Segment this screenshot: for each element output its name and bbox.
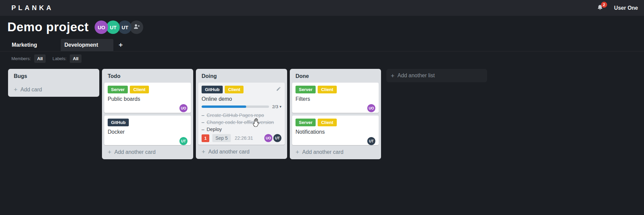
progress-bar <box>202 105 269 108</box>
add-card-button[interactable]: + Add card <box>10 83 97 94</box>
task-item: – Deploy <box>202 126 281 133</box>
add-user-icon <box>133 23 140 31</box>
plus-icon: + <box>14 86 17 93</box>
card-filters[interactable]: Server Client Filters UO <box>292 83 379 113</box>
bell-icon <box>597 7 603 12</box>
label-chip[interactable]: Server <box>108 86 128 93</box>
add-card-label: Add another card <box>302 149 343 155</box>
card-title: Docker <box>108 129 187 135</box>
plus-icon: + <box>296 149 299 155</box>
avatar[interactable]: UT <box>106 20 120 34</box>
project-members: UO UT UT <box>95 20 143 34</box>
avatar[interactable]: UO <box>367 104 375 112</box>
notifications-button[interactable]: 2 <box>597 4 604 12</box>
task-item: – Change code for offline version <box>202 119 281 126</box>
tasks-progress: 2/3 ▾ <box>202 104 281 109</box>
add-card-button[interactable]: + Add another card <box>198 145 285 157</box>
add-card-label: Add another card <box>114 149 156 155</box>
task-list: – Create GitHub Pages repo – Change code… <box>202 112 281 133</box>
list-title[interactable]: Done <box>292 71 379 83</box>
add-card-button[interactable]: + Add another card <box>104 145 191 157</box>
label-chip[interactable]: Client <box>225 86 244 93</box>
label-chip[interactable]: Client <box>318 86 336 93</box>
due-date-chip[interactable]: Sep 5 <box>212 134 231 142</box>
list-todo: Todo Server Client Public boards UO GitH… <box>102 69 193 159</box>
progress-toggle[interactable]: 2/3 ▾ <box>272 104 281 109</box>
add-member-button[interactable] <box>130 20 143 34</box>
task-text: Deploy <box>207 127 222 132</box>
plus-icon: + <box>391 73 394 79</box>
task-text: Create GitHub Pages repo <box>207 113 264 118</box>
dash-icon: – <box>202 120 204 125</box>
task-item: – Create GitHub Pages repo <box>202 112 281 119</box>
avatar[interactable]: UT <box>118 20 131 34</box>
progress-fill <box>202 105 246 108</box>
card-docker[interactable]: GitHub Docker UT <box>104 116 191 145</box>
list-doing: Doing GitHub Client Online demo 2/3 ▾ <box>196 69 287 159</box>
card-online-demo[interactable]: GitHub Client Online demo 2/3 ▾ <box>198 83 285 145</box>
tab-development[interactable]: Development <box>61 39 113 51</box>
avatar[interactable]: UT <box>179 137 187 145</box>
label-chip[interactable]: Client <box>130 86 149 93</box>
app-logo[interactable]: PLANKA <box>11 4 53 12</box>
list-title[interactable]: Doing <box>198 71 285 83</box>
labels-filter-value[interactable]: All <box>70 54 82 63</box>
card-public-boards[interactable]: Server Client Public boards UO <box>104 83 191 113</box>
project-header: Demo project UO UT UT <box>7 19 644 35</box>
notification-badge: 2 <box>601 2 607 8</box>
progress-count: 2/3 <box>272 104 278 109</box>
label-chip[interactable]: Server <box>296 119 316 126</box>
labels-filter-label: Labels: <box>52 56 66 61</box>
dash-icon: – <box>202 113 204 118</box>
caret-down-icon: ▾ <box>279 104 281 109</box>
timer-value[interactable]: 22:26:31 <box>235 135 253 141</box>
members-filter-label: Members: <box>11 56 31 61</box>
user-menu[interactable]: User One <box>614 5 638 11</box>
avatar[interactable]: UO <box>264 134 272 142</box>
card-notification-badge: 1 <box>202 134 209 142</box>
edit-card-icon[interactable] <box>276 86 281 92</box>
plus-icon: + <box>202 148 205 155</box>
card-notifications[interactable]: Server Client Notifications UT <box>292 116 379 145</box>
top-bar: PLANKA 2 User One <box>0 0 644 16</box>
task-text: Change code for offline version <box>207 120 274 125</box>
tab-marketing[interactable]: Marketing <box>8 39 61 51</box>
label-chip[interactable]: Client <box>318 119 336 126</box>
avatar[interactable]: UO <box>95 20 108 34</box>
plus-icon: + <box>108 149 111 155</box>
board-tabs: Marketing Development + <box>0 39 644 51</box>
label-chip[interactable]: GitHub <box>108 119 129 126</box>
add-card-label: Add another card <box>208 149 250 155</box>
board: Bugs + Add card Todo Server Client Publi… <box>0 66 644 159</box>
avatar[interactable]: UO <box>179 104 187 112</box>
list-done: Done Server Client Filters UO Server Cli… <box>290 69 381 159</box>
list-title[interactable]: Bugs <box>10 71 97 83</box>
add-list-button[interactable]: + Add another list <box>386 69 487 82</box>
add-board-button[interactable]: + <box>113 39 128 51</box>
add-card-label: Add card <box>20 87 42 93</box>
label-chip[interactable]: GitHub <box>202 86 223 93</box>
label-chip[interactable]: Server <box>296 86 316 93</box>
card-title: Public boards <box>108 96 187 102</box>
dash-icon: – <box>202 127 204 132</box>
list-title[interactable]: Todo <box>104 71 191 83</box>
card-title: Filters <box>296 96 375 102</box>
members-filter-value[interactable]: All <box>34 54 46 63</box>
filter-bar: Members: All Labels: All <box>0 51 644 66</box>
add-card-button[interactable]: + Add another card <box>292 145 379 157</box>
list-bugs: Bugs + Add card <box>8 69 99 97</box>
card-title: Online demo <box>202 96 281 102</box>
avatar[interactable]: UT <box>367 137 375 145</box>
project-title[interactable]: Demo project <box>7 20 89 34</box>
avatar[interactable]: UT <box>273 134 281 142</box>
card-title: Notifications <box>296 129 375 135</box>
add-list-label: Add another list <box>397 73 435 79</box>
